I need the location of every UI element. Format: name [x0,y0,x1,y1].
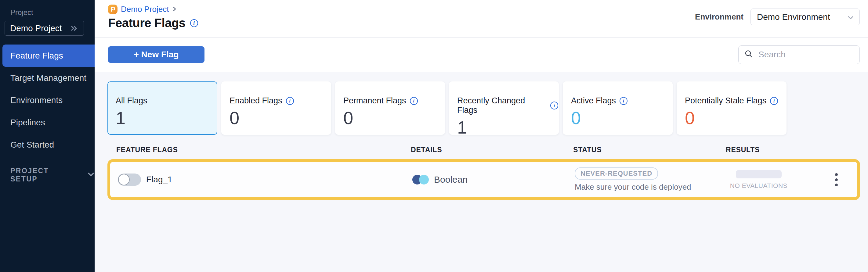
column-details: DETAILS [411,146,573,154]
boolean-icon [412,175,429,184]
status-cell: NEVER-REQUESTED Make sure your code is d… [575,167,727,192]
results-cell: NO EVALUATIONS [727,170,857,190]
card-permanent-flags[interactable]: Permanent Flags 0 [335,81,445,135]
feature-flags-logo-icon [108,5,118,14]
kebab-menu-icon[interactable] [832,170,841,190]
table-row[interactable]: Flag_1 Boolean NEVER-REQUESTED Make sure… [107,159,860,200]
toggle-knob [118,174,130,185]
details-cell: Boolean [412,174,575,185]
card-label: All Flags [116,96,147,105]
card-value: 1 [457,118,558,136]
card-value: 0 [685,109,786,127]
status-help-text: Make sure your code is deployed [575,182,727,192]
column-feature-flags: FEATURE FLAGS [116,146,411,154]
card-label: Enabled Flags [229,96,282,105]
info-icon[interactable] [190,19,198,27]
card-potentially-stale-flags[interactable]: Potentially Stale Flags 0 [677,81,786,135]
card-label: Active Flags [571,96,616,105]
stats-cards: All Flags 1 Enabled Flags 0 Permanent Fl… [107,81,860,135]
sidebar-item-get-started[interactable]: Get Started [0,134,95,156]
chevron-down-icon [847,12,854,22]
environment-select[interactable]: Demo Environment [750,8,860,25]
project-section-label: Project [10,8,95,17]
page-title: Feature Flags [108,16,186,30]
breadcrumb-chevron-icon [173,6,177,13]
column-status: STATUS [573,146,726,154]
sidebar-project-setup[interactable]: PROJECT SETUP [0,164,95,186]
environment-label: Environment [695,12,743,22]
info-icon[interactable] [410,97,418,105]
sidebar-nav: Feature Flags Target Management Environm… [0,44,95,156]
status-badge: NEVER-REQUESTED [575,167,658,180]
flag-toggle[interactable] [118,173,141,186]
card-value: 0 [229,109,331,127]
sidebar-item-target-management[interactable]: Target Management [0,67,95,89]
search-box [738,45,860,64]
search-icon [744,49,753,60]
main-area: Demo Project Feature Flags Environment D… [95,0,868,272]
card-value: 0 [343,109,444,127]
content: All Flags 1 Enabled Flags 0 Permanent Fl… [95,72,868,272]
flag-kind: Boolean [434,174,468,185]
info-icon[interactable] [286,97,294,105]
card-enabled-flags[interactable]: Enabled Flags 0 [221,81,331,135]
toolbar: + New Flag [95,37,868,72]
environment-select-value: Demo Environment [757,12,830,22]
sidebar-item-pipelines[interactable]: Pipelines [0,111,95,134]
evaluations-summary: NO EVALUATIONS [730,170,788,190]
card-active-flags[interactable]: Active Flags 0 [563,81,673,135]
flag-name[interactable]: Flag_1 [146,175,173,184]
environment-picker: Environment Demo Environment [695,8,860,25]
card-all-flags[interactable]: All Flags 1 [107,81,217,135]
evaluations-note: NO EVALUATIONS [730,182,787,190]
project-setup-label: PROJECT SETUP [10,167,74,183]
info-icon[interactable] [620,97,627,105]
page-header: Demo Project Feature Flags Environment D… [95,0,868,37]
card-label: Permanent Flags [343,96,406,105]
flag-cell: Flag_1 [118,173,412,186]
column-results: RESULTS [726,146,860,154]
project-selector-value: Demo Project [10,24,62,33]
card-label: Potentially Stale Flags [685,96,766,105]
breadcrumb-project-link[interactable]: Demo Project [121,5,169,14]
card-value: 1 [116,109,217,127]
table-header: FEATURE FLAGS DETAILS STATUS RESULTS [107,146,860,154]
card-recently-changed-flags[interactable]: Recently Changed Flags 1 [449,81,559,135]
card-value: 0 [571,109,672,127]
sidebar-item-environments[interactable]: Environments [0,89,95,111]
sidebar-item-feature-flags[interactable]: Feature Flags [2,44,95,67]
info-icon[interactable] [550,102,558,109]
sidebar: Project Demo Project Feature Flags Targe… [0,0,95,272]
card-label: Recently Changed Flags [457,96,547,115]
project-selector[interactable]: Demo Project [5,21,84,36]
new-flag-button[interactable]: + New Flag [108,46,205,63]
info-icon[interactable] [770,97,778,105]
chevron-down-icon [87,172,95,178]
search-input[interactable] [758,49,854,60]
double-chevron-icon[interactable] [70,25,79,32]
evaluations-bar [736,170,782,178]
